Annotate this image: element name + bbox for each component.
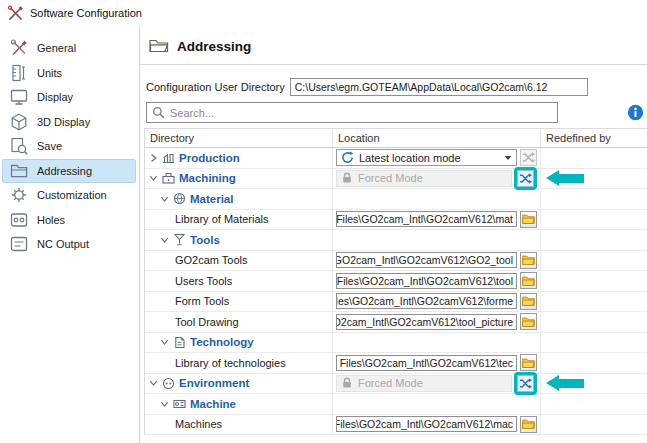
location-path-field[interactable]: am Files\GO2cam_Intl\GO2camV612\mat [336, 211, 517, 227]
table-row-go2cam-tools: GO2cam Tools les\GO2cam_Intl\GO2camV612\… [145, 251, 647, 272]
swap-location-button[interactable] [520, 149, 537, 166]
redefined-by-cell [541, 312, 647, 332]
sidebar-item-addressing[interactable]: Addressing [2, 159, 136, 184]
forced-mode-label: Forced Mode [358, 377, 423, 389]
tree-label[interactable]: Material [190, 193, 233, 205]
redefined-by-cell [541, 292, 647, 312]
chevron-down-icon[interactable] [160, 194, 169, 204]
addressing-panel: Addressing Configuration User Directory … [139, 26, 647, 443]
sidebar-item-general[interactable]: General [2, 36, 136, 61]
chevron-down-icon[interactable] [149, 173, 158, 183]
chevron-down-icon[interactable] [149, 378, 158, 388]
table-row-users-tools: Users Tools am Files\GO2cam_Intl\GO2camV… [145, 271, 647, 292]
table-row-tool-drawing: Tool Drawing \GO2cam_Intl\GO2camV612\too… [145, 312, 647, 333]
table-header: Directory Location Redefined by [145, 129, 647, 148]
tree-label[interactable]: Form Tools [175, 295, 229, 307]
sidebar-item-units[interactable]: Units [2, 61, 136, 86]
swap-location-button[interactable] [517, 170, 534, 187]
forced-mode-label: Forced Mode [358, 172, 423, 184]
tree-label[interactable]: Production [179, 152, 240, 164]
header-divider [140, 64, 647, 65]
tree-label[interactable]: Machines [175, 418, 222, 430]
chevron-down-icon[interactable] [160, 337, 169, 347]
tree-label[interactable]: Technology [190, 336, 254, 348]
lock-icon [341, 172, 353, 184]
redefined-by-cell [541, 251, 647, 271]
location-path-field[interactable]: am Files\GO2cam_Intl\GO2camV612\tool [336, 273, 517, 289]
forced-mode-field: Forced Mode [336, 170, 512, 187]
location-path-field[interactable]: n Files\GO2cam_Intl\GO2camV612\forme [336, 293, 517, 309]
sidebar-item-customization[interactable]: Customization [2, 183, 136, 208]
sidebar-item-display[interactable]: Display [2, 85, 136, 110]
tree-label[interactable]: Machining [179, 172, 236, 184]
forced-mode-field: Forced Mode [336, 375, 512, 392]
location-path-field[interactable]: \GO2cam_Intl\GO2camV612\tool_picture [336, 314, 517, 330]
redefined-by-cell [541, 374, 647, 394]
tree-label[interactable]: Tools [190, 234, 220, 246]
chevron-down-icon[interactable] [160, 399, 169, 409]
open-folder-icon [149, 38, 169, 54]
tree-label[interactable]: GO2cam Tools [175, 254, 248, 266]
tree-label[interactable]: Environment [179, 377, 249, 389]
column-header-redefined-by[interactable]: Redefined by [541, 129, 647, 147]
tree-label[interactable]: Library of Materials [175, 213, 269, 225]
sidebar-item-label: 3D Display [37, 116, 90, 128]
info-button[interactable] [627, 104, 644, 121]
window-title: Software Configuration [30, 7, 142, 19]
sidebar-item-label: Save [37, 140, 62, 152]
chevron-down-icon[interactable] [160, 235, 169, 245]
location-path-field[interactable]: am Files\GO2cam_Intl\GO2camV612\mac [336, 416, 517, 432]
table-row-tools: Tools [145, 230, 647, 251]
tool-holder-icon [173, 233, 186, 246]
general-tools-icon [9, 38, 29, 58]
redefined-by-cell [541, 353, 647, 373]
config-directory-row: Configuration User Directory C:\Users\eg… [146, 78, 588, 96]
nc-output-icon [9, 234, 29, 254]
table-row-machines: Machines am Files\GO2cam_Intl\GO2camV612… [145, 415, 647, 436]
table-row-material: Material [145, 189, 647, 210]
search-input[interactable] [170, 107, 552, 119]
browse-folder-button[interactable] [520, 252, 537, 269]
sidebar-item-nc-output[interactable]: NC Output [2, 232, 136, 257]
browse-folder-button[interactable] [520, 416, 537, 433]
tree-label[interactable]: Users Tools [175, 275, 232, 287]
browse-folder-button[interactable] [520, 293, 537, 310]
sidebar-item-label: General [37, 42, 76, 54]
tree-label[interactable]: Tool Drawing [175, 316, 239, 328]
browse-folder-button[interactable] [520, 354, 537, 371]
location-mode-select[interactable]: Latest location mode [336, 149, 517, 166]
annotation-arrow-left-icon [546, 170, 584, 186]
table-row-library-of-technologies: Library of technologies ram Files\GO2cam… [145, 353, 647, 374]
column-header-location[interactable]: Location [333, 129, 541, 147]
chevron-right-icon[interactable] [149, 153, 158, 163]
save-search-icon [9, 136, 29, 156]
tree-label[interactable]: Machine [190, 398, 236, 410]
redefined-by-cell [541, 394, 647, 414]
redefined-by-cell [541, 415, 647, 435]
location-path-field[interactable]: ram Files\GO2cam_Intl\GO2camV612\tec [336, 355, 517, 371]
redefined-by-cell [541, 271, 647, 291]
sidebar-item-3d-display[interactable]: 3D Display [2, 110, 136, 135]
search-box[interactable] [146, 102, 558, 123]
window-titlebar: Software Configuration [0, 0, 647, 26]
sidebar-item-save[interactable]: Save [2, 134, 136, 159]
tree-label[interactable]: Library of technologies [175, 357, 286, 369]
production-icon [162, 151, 175, 164]
sidebar-item-label: Addressing [37, 165, 92, 177]
sidebar-item-holes[interactable]: Holes [2, 208, 136, 233]
table-row-machining: Machining Forced Mode [145, 169, 647, 190]
location-path-field[interactable]: les\GO2cam_Intl\GO2camV612\GO2_tool [336, 252, 517, 268]
table-row-technology: Technology [145, 333, 647, 354]
swap-location-button[interactable] [517, 375, 534, 392]
units-icon [9, 63, 29, 83]
browse-folder-button[interactable] [520, 272, 537, 289]
table-row-machine: Machine [145, 394, 647, 415]
browse-folder-button[interactable] [520, 211, 537, 228]
redefined-by-cell [541, 189, 647, 209]
lock-icon [341, 377, 353, 389]
config-directory-field[interactable]: C:\Users\egm.GOTEAM\AppData\Local\GO2cam… [290, 78, 588, 96]
config-directory-label: Configuration User Directory [146, 81, 285, 93]
browse-folder-button[interactable] [520, 313, 537, 330]
column-header-directory[interactable]: Directory [145, 129, 333, 147]
refresh-icon [341, 151, 354, 164]
